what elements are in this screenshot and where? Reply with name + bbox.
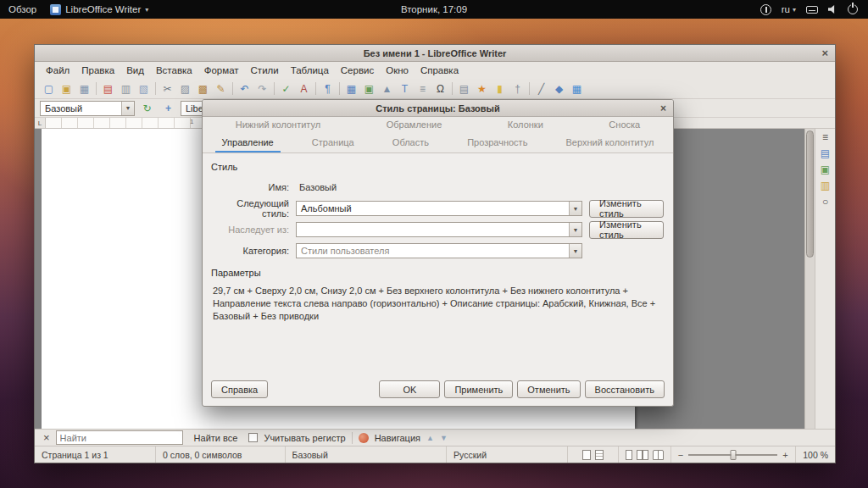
spelling-icon[interactable]: ✓ bbox=[277, 80, 295, 97]
navigator-icon[interactable]: ○ bbox=[822, 197, 828, 207]
open-file-icon[interactable]: ▣ bbox=[58, 80, 75, 97]
menu-table[interactable]: Таблица bbox=[285, 64, 335, 77]
tab-columns[interactable]: Колонки bbox=[501, 117, 550, 135]
cancel-button[interactable]: Отменить bbox=[517, 380, 580, 398]
menu-file[interactable]: Файл bbox=[40, 64, 75, 77]
styles-icon[interactable]: ▥ bbox=[821, 180, 830, 191]
close-icon[interactable]: × bbox=[660, 100, 666, 116]
vertical-scrollbar[interactable] bbox=[804, 129, 815, 429]
new-document-icon[interactable]: ▢ bbox=[40, 80, 58, 97]
paste-icon[interactable]: ▩ bbox=[194, 80, 212, 97]
statusbar-language[interactable]: Русский bbox=[447, 446, 568, 463]
window-titlebar[interactable]: Без имени 1 - LibreOffice Writer × bbox=[35, 45, 835, 62]
zoom-level[interactable]: 100 % bbox=[796, 446, 835, 463]
close-icon[interactable]: × bbox=[821, 45, 828, 61]
undo-icon[interactable]: ↶ bbox=[236, 80, 253, 97]
scrollbar-thumb[interactable] bbox=[806, 130, 814, 258]
reset-button[interactable]: Восстановить bbox=[585, 380, 665, 398]
keyboard-icon[interactable] bbox=[806, 6, 818, 14]
insert-line-icon[interactable]: ╱ bbox=[532, 80, 550, 97]
cut-icon[interactable]: ✂ bbox=[159, 80, 176, 97]
basic-shapes-icon[interactable]: ◆ bbox=[550, 80, 568, 97]
menu-edit[interactable]: Правка bbox=[75, 64, 120, 77]
menu-help[interactable]: Справка bbox=[415, 64, 465, 77]
view-single-page-icon[interactable] bbox=[626, 450, 633, 460]
insert-table-icon[interactable]: ▦ bbox=[342, 80, 360, 97]
tab-footnote[interactable]: Сноска bbox=[602, 117, 647, 135]
tab-stop-selector[interactable]: L bbox=[35, 118, 46, 128]
insert-special-character-icon[interactable]: Ω bbox=[431, 80, 449, 97]
menu-insert[interactable]: Вставка bbox=[150, 64, 198, 77]
activities-button[interactable]: Обзор bbox=[8, 4, 36, 14]
menu-tools[interactable]: Сервис bbox=[335, 64, 380, 77]
keyboard-layout-indicator[interactable]: ru ▾ bbox=[782, 4, 796, 14]
accessibility-icon[interactable] bbox=[760, 4, 771, 15]
save-icon[interactable]: ▦ bbox=[75, 80, 93, 97]
insert-field-icon[interactable]: ▤ bbox=[455, 80, 473, 97]
clock[interactable]: Вторник, 17:09 bbox=[401, 4, 467, 14]
tab-page[interactable]: Страница bbox=[305, 135, 361, 152]
zoom-slider[interactable] bbox=[688, 454, 777, 456]
apply-button[interactable]: Применить bbox=[444, 380, 513, 398]
tab-organizer[interactable]: Управление bbox=[215, 135, 281, 152]
insert-comment-icon[interactable]: ▮ bbox=[491, 80, 509, 97]
auto-spellcheck-icon[interactable]: A bbox=[295, 80, 313, 97]
export-pdf-icon[interactable]: ▤ bbox=[99, 80, 117, 97]
power-icon[interactable] bbox=[848, 4, 858, 14]
chevron-down-icon[interactable]: ▼ bbox=[569, 223, 581, 236]
tab-footer[interactable]: Нижний колонтитул bbox=[229, 117, 327, 135]
clone-formatting-icon[interactable]: ✎ bbox=[212, 80, 230, 97]
properties-icon[interactable]: ▤ bbox=[821, 148, 830, 158]
search-input[interactable] bbox=[57, 433, 183, 443]
statusbar-page-style[interactable]: Базовый bbox=[286, 446, 447, 463]
redo-icon[interactable]: ↷ bbox=[253, 80, 271, 97]
document-changes-icon[interactable] bbox=[595, 450, 604, 460]
menu-view[interactable]: Вид bbox=[120, 64, 150, 77]
view-book-icon[interactable] bbox=[653, 450, 664, 460]
insert-footnote-icon[interactable]: † bbox=[509, 80, 526, 97]
ok-button[interactable]: OK bbox=[379, 380, 440, 398]
menu-styles[interactable]: Стили bbox=[245, 64, 285, 77]
inherit-from-combobox[interactable]: ▼ bbox=[296, 222, 582, 237]
insert-bookmark-icon[interactable]: ★ bbox=[473, 80, 491, 97]
tab-borders[interactable]: Обрамление bbox=[380, 117, 449, 135]
chevron-down-icon[interactable]: ▼ bbox=[569, 202, 581, 215]
tab-header[interactable]: Верхний колонтитул bbox=[559, 135, 661, 152]
view-multi-page-icon[interactable] bbox=[637, 450, 648, 460]
insert-text-box-icon[interactable]: T bbox=[396, 80, 414, 97]
sidebar-menu-icon[interactable]: ≡ bbox=[822, 132, 828, 142]
tab-transparency[interactable]: Прозрачность bbox=[460, 135, 534, 152]
draw-functions-icon[interactable]: ▦ bbox=[568, 80, 586, 97]
statusbar-word-count[interactable]: 0 слов, 0 символов bbox=[156, 446, 286, 463]
edit-next-style-button[interactable]: Изменить стиль bbox=[589, 200, 664, 218]
close-find-icon[interactable]: × bbox=[43, 431, 50, 444]
new-style-icon[interactable]: + bbox=[159, 100, 177, 116]
tab-area[interactable]: Область bbox=[386, 135, 436, 152]
selection-mode-icon[interactable] bbox=[582, 450, 591, 460]
help-button[interactable]: Справка bbox=[211, 380, 268, 398]
insert-image-icon[interactable]: ▣ bbox=[360, 80, 378, 97]
paragraph-style-combobox[interactable]: Базовый ▼ bbox=[40, 101, 135, 116]
app-menu[interactable]: LibreOffice Writer ▾ bbox=[50, 4, 148, 15]
find-all-button[interactable]: Найти все bbox=[189, 432, 243, 444]
find-combobox[interactable]: ▼ bbox=[56, 430, 183, 445]
edit-inherit-style-button[interactable]: Изменить стиль bbox=[589, 221, 664, 239]
zoom-in-icon[interactable]: + bbox=[782, 450, 787, 460]
menu-format[interactable]: Формат bbox=[198, 64, 245, 77]
find-next-icon[interactable]: ▼ bbox=[440, 434, 448, 442]
chevron-down-icon[interactable]: ▼ bbox=[121, 102, 134, 115]
menu-window[interactable]: Окно bbox=[380, 64, 415, 77]
dialog-titlebar[interactable]: Стиль страницы: Базовый × bbox=[203, 100, 673, 117]
copy-icon[interactable]: ▨ bbox=[176, 80, 194, 97]
next-style-combobox[interactable]: Альбомный ▼ bbox=[296, 201, 582, 216]
print-preview-icon[interactable]: ▧ bbox=[135, 80, 153, 97]
gallery-icon[interactable]: ▣ bbox=[821, 164, 830, 175]
category-combobox[interactable]: Стили пользователя ▼ bbox=[296, 243, 582, 258]
zoom-out-icon[interactable]: − bbox=[678, 450, 683, 460]
navigation-icon[interactable] bbox=[359, 433, 369, 443]
formatting-marks-icon[interactable]: ¶ bbox=[319, 80, 337, 97]
insert-page-break-icon[interactable]: ≡ bbox=[414, 80, 431, 97]
find-previous-icon[interactable]: ▲ bbox=[426, 434, 434, 442]
print-icon[interactable]: ▥ bbox=[117, 80, 135, 97]
match-case-checkbox[interactable] bbox=[248, 433, 258, 442]
